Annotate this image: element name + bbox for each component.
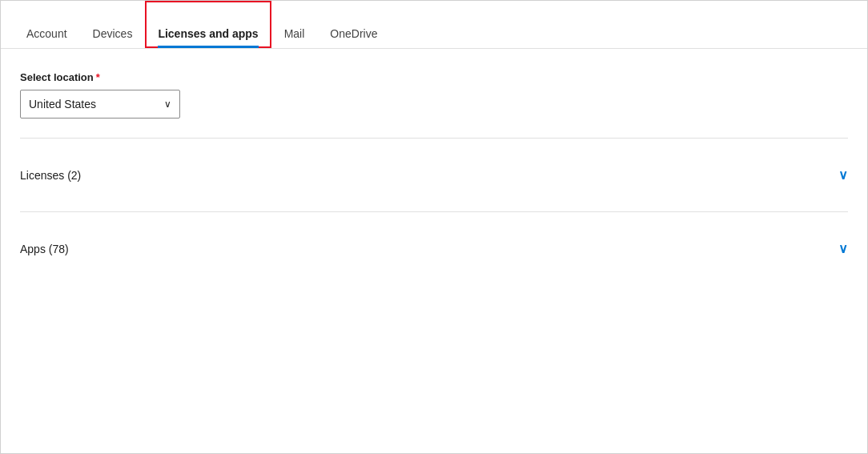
licenses-chevron-icon: ∨ — [838, 167, 848, 183]
divider-2 — [20, 211, 848, 212]
content-area: Select location* United States ∨ License… — [1, 49, 867, 285]
apps-label: Apps (78) — [20, 243, 69, 255]
apps-chevron-icon: ∨ — [838, 241, 848, 256]
licenses-label: Licenses (2) — [20, 169, 81, 182]
tab-onedrive[interactable]: OneDrive — [317, 1, 390, 48]
location-value: United States — [29, 98, 96, 110]
main-container: Account Devices Licenses and apps Mail O… — [0, 0, 868, 454]
tab-account[interactable]: Account — [14, 1, 80, 48]
tab-devices[interactable]: Devices — [80, 1, 146, 48]
tab-mail[interactable]: Mail — [271, 1, 318, 48]
divider-1 — [20, 138, 848, 139]
select-location-label: Select location* — [20, 71, 848, 83]
chevron-down-icon: ∨ — [164, 98, 171, 110]
location-dropdown[interactable]: United States ∨ — [20, 90, 180, 119]
apps-section[interactable]: Apps (78) ∨ — [20, 231, 848, 266]
required-star: * — [96, 71, 100, 83]
licenses-section[interactable]: Licenses (2) ∨ — [20, 158, 848, 192]
tab-bar: Account Devices Licenses and apps Mail O… — [1, 1, 867, 49]
tab-licenses-and-apps[interactable]: Licenses and apps — [145, 1, 271, 48]
